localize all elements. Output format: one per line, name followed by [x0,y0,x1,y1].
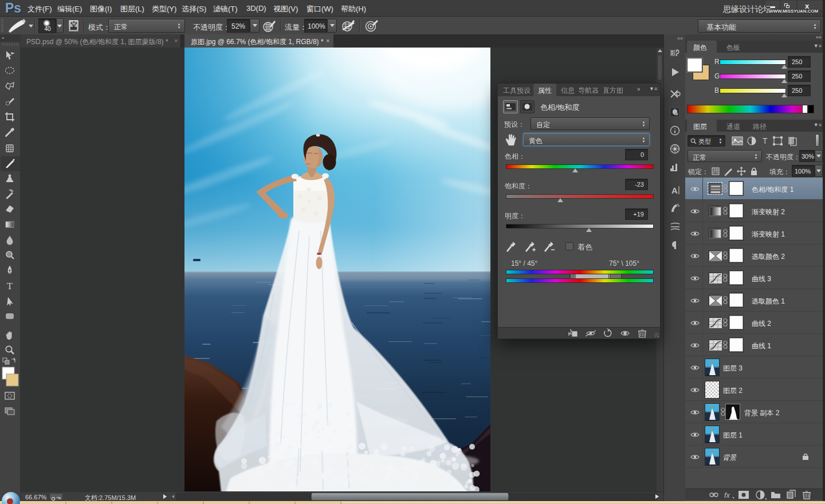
svg-text:A: A [671,186,678,195]
svg-text:T: T [7,281,13,292]
svg-text:fx: fx [724,491,730,499]
svg-text:T: T [763,136,768,145]
